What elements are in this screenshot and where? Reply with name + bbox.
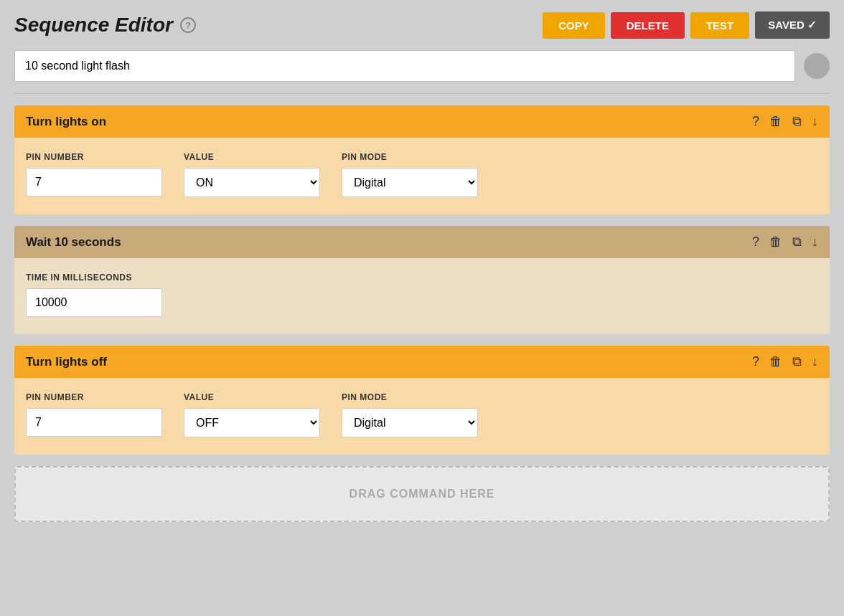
sequence-name-input[interactable] — [14, 50, 795, 82]
field-value-3: VALUE ON OFF — [184, 392, 320, 437]
command-turn-lights-off: Turn lights off ? 🗑 ⧉ ↓ PIN NUMBER VALUE… — [14, 346, 830, 455]
page-title: Sequence Editor — [14, 14, 173, 37]
value-select-1[interactable]: ON OFF — [184, 168, 320, 197]
command-move-icon-1[interactable]: ↓ — [812, 114, 818, 129]
command-turn-lights-on: Turn lights on ? 🗑 ⧉ ↓ PIN NUMBER VALUE … — [14, 105, 830, 214]
pin-number-input-1[interactable] — [26, 168, 162, 196]
command-header-icons-1: ? 🗑 ⧉ ↓ — [752, 114, 818, 129]
copy-button[interactable]: COPY — [543, 12, 605, 39]
pin-mode-select-3[interactable]: Digital Analog — [342, 408, 478, 437]
command-delete-icon-1[interactable]: 🗑 — [769, 114, 782, 129]
name-row — [14, 50, 830, 82]
command-help-icon-1[interactable]: ? — [752, 114, 759, 129]
field-label-value-1: VALUE — [184, 152, 320, 162]
command-wait-10-seconds: Wait 10 seconds ? 🗑 ⧉ ↓ TIME IN MILLISEC… — [14, 226, 830, 334]
help-icon[interactable]: ? — [180, 17, 196, 33]
command-header-wait: Wait 10 seconds ? 🗑 ⧉ ↓ — [14, 226, 830, 258]
header-left: Sequence Editor ? — [14, 14, 196, 37]
field-label-value-3: VALUE — [184, 392, 320, 402]
fields-row-2: TIME IN MILLISECONDS — [26, 273, 818, 317]
field-label-pin-3: PIN NUMBER — [26, 392, 162, 402]
field-label-ms: TIME IN MILLISECONDS — [26, 273, 162, 283]
command-move-icon-2[interactable]: ↓ — [812, 234, 818, 250]
command-help-icon-2[interactable]: ? — [752, 234, 759, 250]
command-body-turn-lights-off: PIN NUMBER VALUE ON OFF PIN MODE Digital… — [14, 378, 830, 455]
value-select-3[interactable]: ON OFF — [184, 408, 320, 437]
divider — [14, 93, 830, 94]
command-copy-icon-2[interactable]: ⧉ — [792, 234, 802, 250]
drag-zone-label: DRAG COMMAND HERE — [350, 488, 495, 501]
field-pin-number-1: PIN NUMBER — [26, 152, 162, 196]
pin-mode-select-1[interactable]: Digital Analog — [342, 168, 478, 197]
delete-button[interactable]: DELETE — [611, 12, 685, 39]
field-milliseconds: TIME IN MILLISECONDS — [26, 273, 162, 317]
command-body-turn-lights-on: PIN NUMBER VALUE ON OFF PIN MODE Digital… — [14, 138, 830, 214]
field-pin-number-3: PIN NUMBER — [26, 392, 162, 437]
command-copy-icon-1[interactable]: ⧉ — [792, 114, 802, 129]
field-label-pin-mode-1: PIN MODE — [342, 152, 478, 162]
command-delete-icon-3[interactable]: 🗑 — [769, 354, 782, 369]
command-delete-icon-2[interactable]: 🗑 — [769, 234, 782, 250]
pin-number-input-3[interactable] — [26, 408, 162, 437]
fields-row-3: PIN NUMBER VALUE ON OFF PIN MODE Digital… — [26, 392, 818, 437]
test-button[interactable]: TEST — [690, 12, 749, 39]
field-pin-mode-3: PIN MODE Digital Analog — [342, 392, 478, 437]
milliseconds-input[interactable] — [26, 288, 162, 317]
page-header: Sequence Editor ? COPY DELETE TEST SAVED… — [14, 11, 830, 39]
header-buttons: COPY DELETE TEST SAVED ✓ — [543, 11, 830, 39]
command-header-icons-2: ? 🗑 ⧉ ↓ — [752, 234, 818, 250]
field-label-pin-mode-3: PIN MODE — [342, 392, 478, 402]
field-label-pin-1: PIN NUMBER — [26, 152, 162, 162]
saved-button[interactable]: SAVED ✓ — [755, 11, 830, 39]
toggle-circle[interactable] — [804, 53, 830, 79]
command-title-wait: Wait 10 seconds — [26, 235, 121, 250]
command-header-turn-lights-on: Turn lights on ? 🗑 ⧉ ↓ — [14, 105, 830, 138]
fields-row-1: PIN NUMBER VALUE ON OFF PIN MODE Digital… — [26, 152, 818, 197]
command-title-turn-lights-on: Turn lights on — [26, 115, 106, 129]
command-header-icons-3: ? 🗑 ⧉ ↓ — [752, 354, 818, 369]
command-body-wait: TIME IN MILLISECONDS — [14, 258, 830, 334]
command-header-turn-lights-off: Turn lights off ? 🗑 ⧉ ↓ — [14, 346, 830, 378]
command-move-icon-3[interactable]: ↓ — [812, 354, 818, 369]
drag-command-zone[interactable]: DRAG COMMAND HERE — [14, 466, 830, 522]
field-value-1: VALUE ON OFF — [184, 152, 320, 197]
command-copy-icon-3[interactable]: ⧉ — [792, 354, 802, 369]
command-title-turn-lights-off: Turn lights off — [26, 355, 107, 369]
command-help-icon-3[interactable]: ? — [752, 354, 759, 369]
field-pin-mode-1: PIN MODE Digital Analog — [342, 152, 478, 197]
